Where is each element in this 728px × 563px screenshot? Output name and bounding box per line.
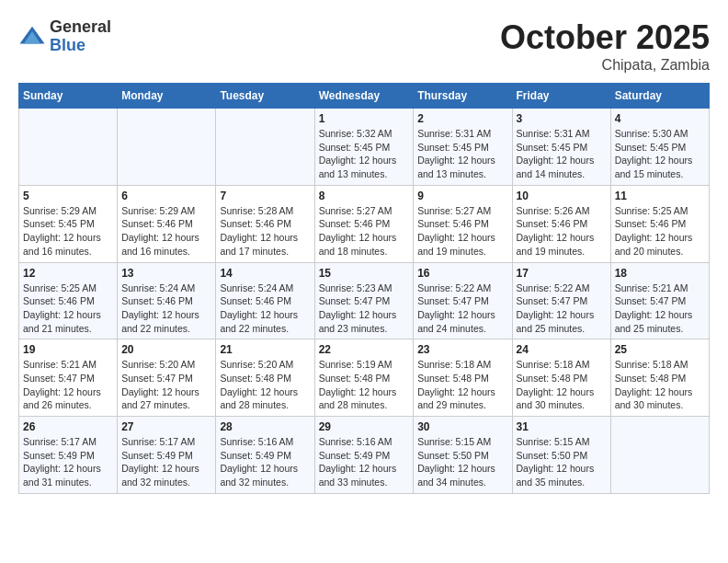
day-info: Sunrise: 5:28 AM Sunset: 5:46 PM Dayligh… (220, 204, 310, 259)
calendar-cell: 29Sunrise: 5:16 AM Sunset: 5:49 PM Dayli… (314, 417, 414, 494)
day-number: 16 (417, 267, 507, 280)
day-info: Sunrise: 5:16 AM Sunset: 5:49 PM Dayligh… (319, 435, 410, 489)
location: Chipata, Zambia (500, 57, 710, 74)
calendar-cell: 19Sunrise: 5:21 AM Sunset: 5:47 PM Dayli… (19, 339, 118, 417)
calendar: Sunday Monday Tuesday Wednesday Thursday… (18, 83, 710, 494)
day-info: Sunrise: 5:26 AM Sunset: 5:46 PM Dayligh… (517, 204, 607, 259)
day-number: 3 (517, 112, 607, 125)
day-number: 17 (517, 267, 607, 280)
calendar-cell: 13Sunrise: 5:24 AM Sunset: 5:46 PM Dayli… (118, 262, 216, 339)
col-sunday: Sunday (19, 84, 118, 109)
month-title: October 2025 (500, 18, 710, 57)
day-number: 2 (417, 112, 507, 125)
day-number: 10 (517, 190, 607, 202)
day-info: Sunrise: 5:15 AM Sunset: 5:50 PM Dayligh… (417, 435, 507, 489)
col-saturday: Saturday (610, 84, 709, 109)
day-info: Sunrise: 5:21 AM Sunset: 5:47 PM Dayligh… (23, 358, 113, 412)
day-number: 18 (615, 267, 705, 280)
calendar-week-5: 26Sunrise: 5:17 AM Sunset: 5:49 PM Dayli… (19, 417, 710, 494)
day-info: Sunrise: 5:27 AM Sunset: 5:46 PM Dayligh… (417, 204, 507, 259)
day-info: Sunrise: 5:17 AM Sunset: 5:49 PM Dayligh… (23, 435, 113, 489)
calendar-cell: 20Sunrise: 5:20 AM Sunset: 5:47 PM Dayli… (118, 339, 216, 417)
calendar-cell: 23Sunrise: 5:18 AM Sunset: 5:48 PM Dayli… (414, 339, 512, 417)
calendar-cell: 8Sunrise: 5:27 AM Sunset: 5:46 PM Daylig… (314, 185, 414, 262)
day-number: 30 (417, 420, 507, 433)
day-number: 22 (319, 343, 410, 356)
day-number: 23 (417, 343, 507, 356)
day-info: Sunrise: 5:15 AM Sunset: 5:50 PM Dayligh… (517, 435, 607, 489)
day-info: Sunrise: 5:20 AM Sunset: 5:47 PM Dayligh… (121, 358, 211, 412)
day-info: Sunrise: 5:19 AM Sunset: 5:48 PM Dayligh… (319, 358, 410, 412)
day-number: 31 (517, 420, 607, 433)
calendar-cell: 26Sunrise: 5:17 AM Sunset: 5:49 PM Dayli… (19, 417, 118, 494)
calendar-week-3: 12Sunrise: 5:25 AM Sunset: 5:46 PM Dayli… (19, 262, 710, 339)
day-number: 11 (615, 190, 705, 202)
calendar-week-2: 5Sunrise: 5:29 AM Sunset: 5:45 PM Daylig… (19, 185, 710, 262)
calendar-cell: 5Sunrise: 5:29 AM Sunset: 5:45 PM Daylig… (19, 185, 118, 262)
day-number: 15 (319, 267, 410, 280)
calendar-cell: 9Sunrise: 5:27 AM Sunset: 5:46 PM Daylig… (414, 185, 512, 262)
day-info: Sunrise: 5:18 AM Sunset: 5:48 PM Dayligh… (417, 358, 507, 412)
logo-icon (18, 23, 46, 51)
day-number: 28 (220, 420, 310, 433)
day-info: Sunrise: 5:25 AM Sunset: 5:46 PM Dayligh… (23, 282, 113, 336)
day-info: Sunrise: 5:29 AM Sunset: 5:46 PM Dayligh… (121, 204, 211, 259)
day-number: 13 (121, 267, 211, 280)
calendar-cell: 21Sunrise: 5:20 AM Sunset: 5:48 PM Dayli… (216, 339, 314, 417)
day-number: 20 (121, 343, 211, 356)
day-info: Sunrise: 5:24 AM Sunset: 5:46 PM Dayligh… (121, 282, 211, 336)
logo-text: General Blue (50, 18, 111, 55)
calendar-cell (610, 417, 709, 494)
day-info: Sunrise: 5:25 AM Sunset: 5:46 PM Dayligh… (615, 204, 705, 259)
day-number: 1 (319, 112, 410, 125)
day-number: 12 (23, 267, 113, 280)
header-row: Sunday Monday Tuesday Wednesday Thursday… (19, 84, 710, 109)
day-info: Sunrise: 5:31 AM Sunset: 5:45 PM Dayligh… (517, 127, 607, 181)
col-friday: Friday (512, 84, 610, 109)
calendar-cell: 16Sunrise: 5:22 AM Sunset: 5:47 PM Dayli… (414, 262, 512, 339)
calendar-cell: 18Sunrise: 5:21 AM Sunset: 5:47 PM Dayli… (610, 262, 709, 339)
day-number: 24 (517, 343, 607, 356)
day-info: Sunrise: 5:24 AM Sunset: 5:46 PM Dayligh… (220, 282, 310, 336)
day-info: Sunrise: 5:18 AM Sunset: 5:48 PM Dayligh… (517, 358, 607, 412)
day-info: Sunrise: 5:18 AM Sunset: 5:48 PM Dayligh… (615, 358, 705, 412)
day-number: 26 (23, 420, 113, 433)
day-number: 8 (319, 190, 410, 202)
page-header: General Blue October 2025 Chipata, Zambi… (18, 18, 710, 74)
day-info: Sunrise: 5:27 AM Sunset: 5:46 PM Dayligh… (319, 204, 410, 259)
day-info: Sunrise: 5:22 AM Sunset: 5:47 PM Dayligh… (417, 282, 507, 336)
col-wednesday: Wednesday (314, 84, 414, 109)
col-thursday: Thursday (414, 84, 512, 109)
calendar-cell: 25Sunrise: 5:18 AM Sunset: 5:48 PM Dayli… (610, 339, 709, 417)
day-number: 7 (220, 190, 310, 202)
logo-blue: Blue (50, 37, 111, 55)
calendar-cell: 30Sunrise: 5:15 AM Sunset: 5:50 PM Dayli… (414, 417, 512, 494)
calendar-cell: 1Sunrise: 5:32 AM Sunset: 5:45 PM Daylig… (314, 109, 414, 186)
day-number: 6 (121, 190, 211, 202)
calendar-week-4: 19Sunrise: 5:21 AM Sunset: 5:47 PM Dayli… (19, 339, 710, 417)
day-number: 9 (417, 190, 507, 202)
day-info: Sunrise: 5:30 AM Sunset: 5:45 PM Dayligh… (615, 127, 705, 181)
day-info: Sunrise: 5:16 AM Sunset: 5:49 PM Dayligh… (220, 435, 310, 489)
day-info: Sunrise: 5:32 AM Sunset: 5:45 PM Dayligh… (319, 127, 410, 181)
day-number: 14 (220, 267, 310, 280)
day-info: Sunrise: 5:21 AM Sunset: 5:47 PM Dayligh… (615, 282, 705, 336)
logo: General Blue (18, 18, 111, 55)
calendar-cell: 15Sunrise: 5:23 AM Sunset: 5:47 PM Dayli… (314, 262, 414, 339)
day-info: Sunrise: 5:22 AM Sunset: 5:47 PM Dayligh… (517, 282, 607, 336)
col-monday: Monday (118, 84, 216, 109)
calendar-cell (19, 109, 118, 186)
day-number: 21 (220, 343, 310, 356)
day-number: 27 (121, 420, 211, 433)
calendar-cell: 17Sunrise: 5:22 AM Sunset: 5:47 PM Dayli… (512, 262, 610, 339)
col-tuesday: Tuesday (216, 84, 314, 109)
day-number: 19 (23, 343, 113, 356)
calendar-week-1: 1Sunrise: 5:32 AM Sunset: 5:45 PM Daylig… (19, 109, 710, 186)
day-info: Sunrise: 5:29 AM Sunset: 5:45 PM Dayligh… (23, 204, 113, 259)
calendar-cell: 31Sunrise: 5:15 AM Sunset: 5:50 PM Dayli… (512, 417, 610, 494)
day-info: Sunrise: 5:20 AM Sunset: 5:48 PM Dayligh… (220, 358, 310, 412)
calendar-header: Sunday Monday Tuesday Wednesday Thursday… (19, 84, 710, 109)
calendar-cell: 2Sunrise: 5:31 AM Sunset: 5:45 PM Daylig… (414, 109, 512, 186)
day-number: 29 (319, 420, 410, 433)
calendar-cell (216, 109, 314, 186)
